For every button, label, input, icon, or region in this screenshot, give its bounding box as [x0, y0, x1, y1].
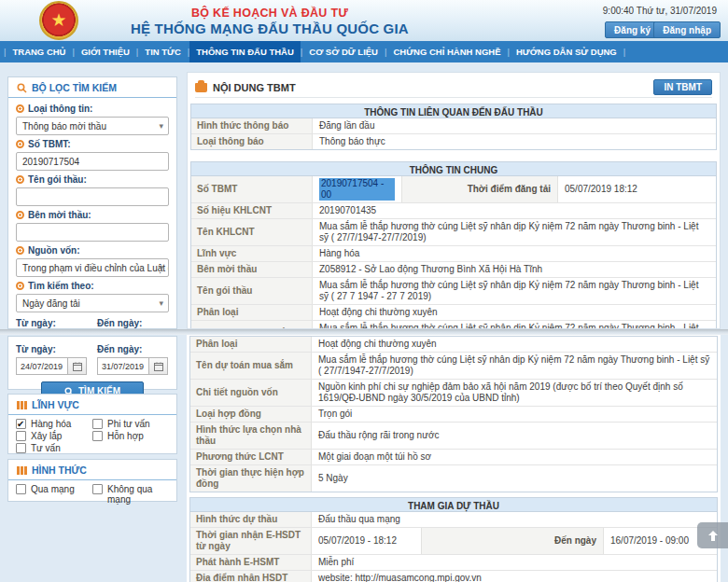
row-value: Hoạt động chi thường xuyên [312, 337, 717, 352]
filter-field-label: Nguồn vốn: [16, 245, 169, 256]
table-row: Chi tiết nguồn vốnNguồn kinh phí chi sự … [190, 380, 717, 407]
table-row: Số TBMT20190717504 - 00Thời điểm đăng tả… [191, 176, 716, 203]
search-filter-panel: BỘ LỌC TÌM KIẾM Loại thông tin:Thông báo… [7, 76, 177, 329]
checkbox-icon[interactable] [16, 484, 26, 494]
filter-select-0[interactable]: Thông báo mời thầu [16, 117, 169, 135]
date-to-label: Đến ngày: [97, 318, 169, 328]
row-value: Mua sắm lễ thắp hương thờ cúng Liệt sỹ n… [313, 321, 716, 329]
nav-item-trang-chủ[interactable]: TRANG CHỦ [6, 41, 72, 62]
table-row: Phân loạiHoạt động chi thường xuyên [190, 337, 717, 353]
site-header: ★ BỘ KẾ HOẠCH VÀ ĐẦU TƯ HỆ THỐNG MẠNG ĐẤ… [0, 0, 728, 41]
filter-field-label: Số TBMT: [16, 139, 169, 149]
nav-item-chứng-chỉ-hành-nghề[interactable]: CHỨNG CHỈ HÀNH NGHỀ [386, 41, 507, 62]
table-section-header: THAM GIA DỰ THẦU [190, 498, 717, 512]
row-value: 5 Ngày [312, 465, 717, 492]
table-row: Loại thông báoThông báo thực [191, 134, 716, 149]
date-from-input[interactable] [16, 357, 68, 375]
row-label: Tên dự toán mua sắm [190, 353, 312, 379]
row-value: Z058912 - Sở Lao động Thương Bình Xã Hội… [313, 262, 716, 277]
row-label: Phương thức LCNT [190, 450, 312, 464]
general-info-table: THÔNG TIN CHUNGSố TBMT20190717504 - 00Th… [190, 161, 717, 329]
checkbox-icon[interactable] [92, 431, 103, 441]
nav-item-hướng-dẫn-sử-dụng[interactable]: HƯỚNG DẪN SỬ DỤNG [510, 41, 623, 62]
row-label: Loại hợp đồng [190, 407, 312, 422]
row-value: Mua sắm lễ thắp hương thờ cúng Liệt sỹ n… [313, 219, 716, 245]
row-value: Đấu thầu rộng rãi trong nước [312, 423, 717, 449]
table-row: Hình thức lựa chọn nhà thầuĐấu thầu rộng… [190, 423, 717, 450]
filter-field-label: Bên mời thầu: [16, 210, 169, 220]
row-label: Chi tiết nguồn vốn [190, 380, 312, 406]
calendar-button[interactable] [68, 357, 87, 375]
filter-select-5[interactable]: Ngày đăng tải [16, 294, 169, 312]
related-info-table: THÔNG TIN LIÊN QUAN ĐẾN ĐẤU THẦUHình thứ… [190, 104, 717, 150]
row-label: Loại thông báo [191, 134, 313, 149]
checkbox-icon[interactable] [16, 431, 26, 441]
register-button[interactable]: Đăng ký [605, 21, 660, 38]
star-icon: ★ [50, 11, 66, 29]
table-row: Hình thức dự thầuĐấu thầu qua mạng [190, 512, 717, 528]
checkbox-option-không-qua-mạng[interactable]: Không qua mạng [92, 484, 169, 505]
row-value: 05/07/2019 18:12 [558, 176, 716, 202]
row-value: Thông báo thực [313, 134, 716, 149]
nav-item-cơ-sở-dữ-liệu[interactable]: CƠ SỞ DỮ LIỆU [302, 41, 385, 62]
calendar-icon [154, 362, 163, 371]
row-label: Phát hành E-HSMT [190, 555, 312, 570]
checkbox-icon[interactable] [92, 419, 103, 429]
date-to-input[interactable] [97, 357, 149, 375]
filter-field-label: Tên gói thầu: [16, 174, 169, 185]
form-filter-header: HÌNH THỨC [8, 460, 176, 480]
calendar-button[interactable] [149, 357, 168, 375]
row-value: 20190701435 [313, 203, 716, 218]
row-label: Hình thức dự thầu [190, 512, 312, 527]
row-label: Hình thức lựa chọn nhà thầu [190, 423, 312, 449]
filter-input-1[interactable] [16, 152, 169, 171]
filter-select-4[interactable]: Trong phạm vi điều chỉnh của Luật đ [16, 258, 169, 277]
row-value: 20190717504 - 00 [313, 176, 401, 202]
row-label: Hình thức thông báo [191, 118, 313, 133]
checkbox-option-xây-lắp[interactable]: Xây lắp [16, 431, 92, 441]
table-row: Phân loạiHoạt động chi thường xuyên [191, 305, 716, 321]
row-value: 05/07/2019 - 18:12 [312, 528, 421, 554]
table-section-header: THÔNG TIN CHUNG [191, 162, 716, 176]
content-panel-bottom: Phân loạiHoạt động chi thường xuyênTên d… [187, 335, 721, 582]
table-row: Địa điểm nhận HSDTwebsite: http://muasam… [190, 571, 717, 582]
checkbox-option-phi-tư-vấn[interactable]: Phi tư vấn [92, 419, 169, 429]
general-info-table-continued: Phân loạiHoạt động chi thường xuyênTên d… [189, 336, 718, 492]
list-icon [17, 466, 27, 475]
checkbox-option-qua-mạng[interactable]: Qua mạng [16, 484, 92, 494]
checkbox-option-tư-vấn[interactable]: Tư vấn [16, 443, 92, 453]
table-row: Thời gian nhận E-HSDT từ ngày05/07/2019 … [190, 528, 717, 555]
table-row: Tên dự toán mua sắmMua sắm lễ thắp hương… [191, 321, 716, 329]
form-filter-title: HÌNH THỨC [32, 464, 87, 476]
filter-input-3[interactable] [16, 223, 169, 242]
ministry-title: BỘ KẾ HOẠCH VÀ ĐẦU TƯ [191, 7, 348, 20]
scroll-to-top-button[interactable] [697, 522, 728, 548]
print-tbmt-button[interactable]: IN TBMT [653, 79, 712, 95]
checkbox-icon[interactable] [92, 484, 103, 494]
nav-item-thông-tin-đấu-thầu[interactable]: THÔNG TIN ĐẤU THẦU [189, 41, 301, 62]
row-value: Miễn phí [312, 555, 717, 570]
row-value: Trọn gói [312, 407, 717, 422]
system-title: HỆ THỐNG MẠNG ĐẤU THẦU QUỐC GIA [131, 21, 409, 36]
calendar-icon [73, 362, 82, 371]
row-value: Nguồn kinh phí chi sự nghiệp đảm bảo xã … [312, 380, 717, 406]
nav-item-tin-tức[interactable]: TIN TỨC [138, 41, 188, 62]
bullet-icon [16, 282, 24, 290]
row-value: Mua sắm lễ thắp hương thờ cúng Liệt sỹ n… [312, 353, 717, 379]
row-label: Tên KHLCNT [191, 219, 313, 245]
checkbox-checked-icon[interactable] [16, 419, 26, 429]
field-filter-title: LĨNH VỰC [32, 399, 79, 410]
login-button[interactable]: Đăng nhập [653, 21, 721, 38]
checkbox-option-hàng-hóa[interactable]: Hàng hóa [16, 419, 92, 429]
filter-input-2[interactable] [16, 187, 169, 206]
datetime-display: 9:00:40 Thứ tư, 31/07/2019 [603, 6, 717, 16]
bullet-icon [16, 140, 24, 148]
checkbox-icon[interactable] [16, 443, 26, 453]
bullet-icon [16, 104, 24, 113]
nav-item-giới-thiệu[interactable]: GIỚI THIỆU [75, 41, 136, 62]
nav-separator: | [623, 41, 625, 62]
checkbox-option-hỗn-hợp[interactable]: Hỗn hợp [92, 431, 169, 441]
row-label: Thời gian thực hiện hợp đồng [190, 465, 312, 492]
filter-panel-title: BỘ LỌC TÌM KIẾM [32, 82, 117, 93]
row-label: Thời gian nhận E-HSDT từ ngày [190, 528, 312, 554]
